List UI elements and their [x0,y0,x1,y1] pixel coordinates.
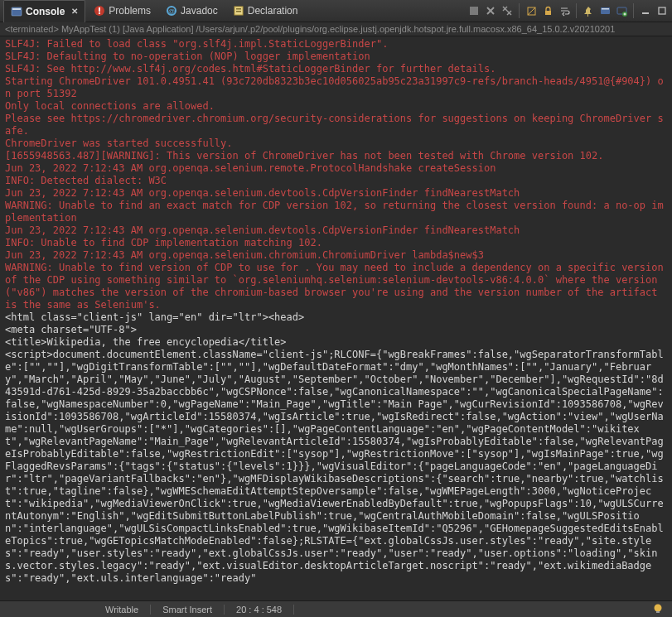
console-line-stdout: <script>document.documentElement.classNa… [5,349,664,584]
console-line-stderr: Jun 23, 2022 7:12:43 AM org.openqa.selen… [5,249,484,261]
launch-description: <terminated> MyAppTest (1) [Java Applica… [0,22,672,36]
svg-rect-4 [99,12,100,14]
svg-rect-21 [602,8,609,10]
console-line-stderr: Jun 23, 2022 7:12:43 AM org.openqa.selen… [5,187,520,199]
tab-declaration[interactable]: Declaration [226,0,305,22]
terminated-label: <terminated> [5,24,59,34]
tab-javadoc[interactable]: @ Javadoc [159,0,225,22]
close-icon[interactable]: ✕ [71,7,78,16]
problems-icon [94,5,105,17]
svg-rect-26 [642,12,649,14]
status-insert-mode: Smart Insert [151,605,225,615]
svg-rect-29 [656,611,660,613]
open-console-icon[interactable] [615,4,628,17]
launch-type: [Java Application] [123,24,194,34]
console-line-stdout: <html class="client-js" lang="en" dir="l… [5,311,304,323]
view-toolbar: Console ✕ Problems @ Javadoc Declaration [0,0,672,22]
tab-declaration-label: Declaration [248,5,298,17]
console-output[interactable]: SLF4J: Failed to load class "org.slf4j.i… [0,36,672,600]
console-line-stderr: Starting ChromeDriver 101.0.4951.41 (93c… [5,75,664,99]
view-tabs: Console ✕ Problems @ Javadoc Declaration [3,0,304,22]
console-line-stderr: SLF4J: See http://www.slf4j.org/codes.ht… [5,63,496,75]
maximize-icon[interactable] [655,4,669,17]
remove-launch-icon[interactable] [484,4,497,17]
console-line-stderr: Please see https://chromedriver.chromium… [5,113,664,137]
status-writable: Writable [94,605,151,615]
svg-text:@: @ [168,7,175,15]
javadoc-icon: @ [166,5,177,17]
svg-rect-27 [659,7,665,14]
console-line-stderr: WARNING: Unable to find an exact match f… [5,200,664,224]
console-line-stderr: WARNING: Unable to find version of CDP t… [5,262,670,311]
svg-point-28 [655,605,662,612]
declaration-icon [233,5,244,17]
svg-rect-1 [12,8,21,10]
svg-line-18 [528,7,535,15]
console-line-stdout: <title>Wikipedia, the free encyclopedia<… [5,336,287,348]
console-line-stderr: ChromeDriver was started successfully. [5,137,233,149]
console-line-stderr: INFO: Detected dialect: W3C [5,175,167,186]
console-line-stderr: SLF4J: Defaulting to no-operation (NOP) … [5,51,370,62]
console-line-stderr: Jun 23, 2022 7:12:43 AM org.openqa.selen… [5,224,520,236]
console-icon [11,6,22,17]
svg-rect-9 [236,11,241,12]
launch-path: /Users/arjun/.p2/pool/plugins/org.eclips… [196,24,616,34]
tab-problems[interactable]: Problems [87,0,157,22]
launch-name: MyAppTest (1) [61,24,120,34]
scroll-lock-icon[interactable] [541,4,554,17]
svg-rect-19 [545,11,551,15]
tab-problems-label: Problems [109,5,151,17]
console-line-stderr: INFO: Unable to find CDP implementation … [5,237,322,248]
separator [576,3,577,18]
display-selected-console-icon[interactable] [598,4,612,17]
console-line-stderr: SLF4J: Failed to load class "org.slf4j.i… [5,38,388,50]
clear-console-icon[interactable] [525,4,538,17]
svg-rect-8 [236,8,241,10]
separator [633,3,634,18]
console-area: SLF4J: Failed to load class "org.slf4j.i… [0,36,672,600]
tip-icon[interactable] [649,603,667,616]
svg-rect-10 [470,7,478,15]
svg-rect-3 [99,7,100,12]
view-action-icons [467,3,669,18]
status-cursor: 20 : 4 : 548 [225,605,294,615]
remove-all-icon[interactable] [500,4,514,17]
console-line-stderr: [1655948563.487][WARNING]: This version … [5,150,603,161]
pin-console-icon[interactable] [582,4,595,17]
terminate-icon[interactable] [467,4,481,17]
minimize-icon[interactable] [639,4,652,17]
separator [519,3,520,18]
console-line-stdout: <meta charset="UTF-8"> [5,324,137,335]
tab-console[interactable]: Console ✕ [3,0,85,22]
tab-javadoc-label: Javadoc [181,5,218,17]
console-line-stderr: Only local connections are allowed. [5,100,215,112]
status-bar: Writable Smart Insert 20 : 4 : 548 [0,600,672,617]
console-line-stderr: Jun 23, 2022 7:12:43 AM org.openqa.selen… [5,162,496,174]
tab-console-label: Console [26,6,65,17]
word-wrap-icon[interactable] [558,4,571,17]
